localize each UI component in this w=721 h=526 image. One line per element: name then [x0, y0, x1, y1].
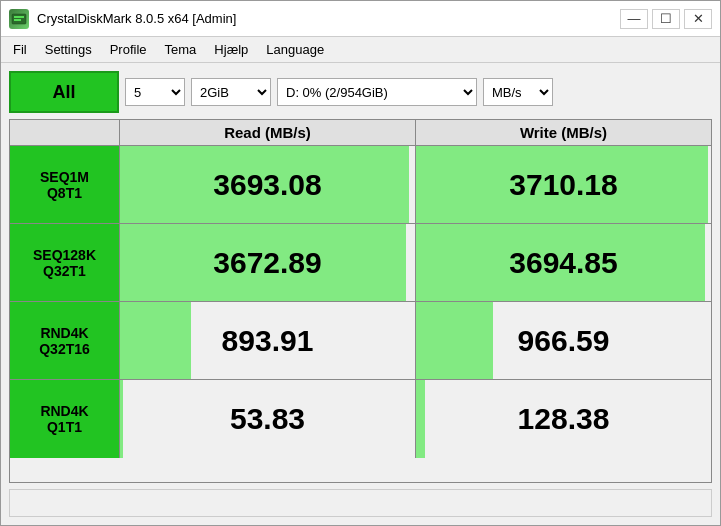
top-controls: All 5 2GiB D: 0% (2/954GiB) MB/s — [9, 71, 712, 113]
table-row: RND4K Q32T16 893.91 966.59 — [10, 302, 711, 380]
row-label-2: RND4K Q32T16 — [10, 302, 120, 379]
svg-rect-1 — [14, 16, 24, 18]
row-label-1: SEQ128K Q32T1 — [10, 224, 120, 301]
benchmark-table: Read (MB/s) Write (MB/s) SEQ1M Q8T1 3693… — [9, 119, 712, 483]
menu-item-menu-settings[interactable]: Settings — [37, 40, 100, 59]
minimize-button[interactable]: — — [620, 9, 648, 29]
menu-item-menu-fil[interactable]: Fil — [5, 40, 35, 59]
row-read-2: 893.91 — [120, 302, 416, 379]
all-button[interactable]: All — [9, 71, 119, 113]
status-bar — [9, 489, 712, 517]
table-row: RND4K Q1T1 53.83 128.38 — [10, 380, 711, 458]
drive-select[interactable]: D: 0% (2/954GiB) — [277, 78, 477, 106]
menu-item-menu-tema[interactable]: Tema — [157, 40, 205, 59]
row-write-0: 3710.18 — [416, 146, 711, 223]
window-title: CrystalDiskMark 8.0.5 x64 [Admin] — [37, 11, 236, 26]
header-label-col — [10, 120, 120, 145]
title-bar: CrystalDiskMark 8.0.5 x64 [Admin] — ☐ ✕ — [1, 1, 720, 37]
row-read-1: 3672.89 — [120, 224, 416, 301]
table-row: SEQ1M Q8T1 3693.08 3710.18 — [10, 146, 711, 224]
title-bar-controls: — ☐ ✕ — [620, 9, 712, 29]
title-bar-left: CrystalDiskMark 8.0.5 x64 [Admin] — [9, 9, 236, 29]
main-content: All 5 2GiB D: 0% (2/954GiB) MB/s Read (M… — [1, 63, 720, 525]
row-label-3: RND4K Q1T1 — [10, 380, 120, 458]
header-read: Read (MB/s) — [120, 120, 416, 145]
row-read-3: 53.83 — [120, 380, 416, 458]
menu-item-menu-hjaelp[interactable]: Hjælp — [206, 40, 256, 59]
row-write-2: 966.59 — [416, 302, 711, 379]
menu-bar: FilSettingsProfileTemaHjælpLanguage — [1, 37, 720, 63]
menu-item-menu-language[interactable]: Language — [258, 40, 332, 59]
table-header: Read (MB/s) Write (MB/s) — [10, 120, 711, 146]
row-write-1: 3694.85 — [416, 224, 711, 301]
unit-select[interactable]: MB/s — [483, 78, 553, 106]
app-icon — [9, 9, 29, 29]
size-select[interactable]: 2GiB — [191, 78, 271, 106]
close-button[interactable]: ✕ — [684, 9, 712, 29]
app-window: CrystalDiskMark 8.0.5 x64 [Admin] — ☐ ✕ … — [0, 0, 721, 526]
bench-rows: SEQ1M Q8T1 3693.08 3710.18 SEQ128K Q32T1… — [10, 146, 711, 458]
runs-select[interactable]: 5 — [125, 78, 185, 106]
svg-rect-2 — [14, 19, 21, 21]
header-write: Write (MB/s) — [416, 120, 711, 145]
row-label-0: SEQ1M Q8T1 — [10, 146, 120, 223]
row-write-3: 128.38 — [416, 380, 711, 458]
table-row: SEQ128K Q32T1 3672.89 3694.85 — [10, 224, 711, 302]
maximize-button[interactable]: ☐ — [652, 9, 680, 29]
menu-item-menu-profile[interactable]: Profile — [102, 40, 155, 59]
row-read-0: 3693.08 — [120, 146, 416, 223]
